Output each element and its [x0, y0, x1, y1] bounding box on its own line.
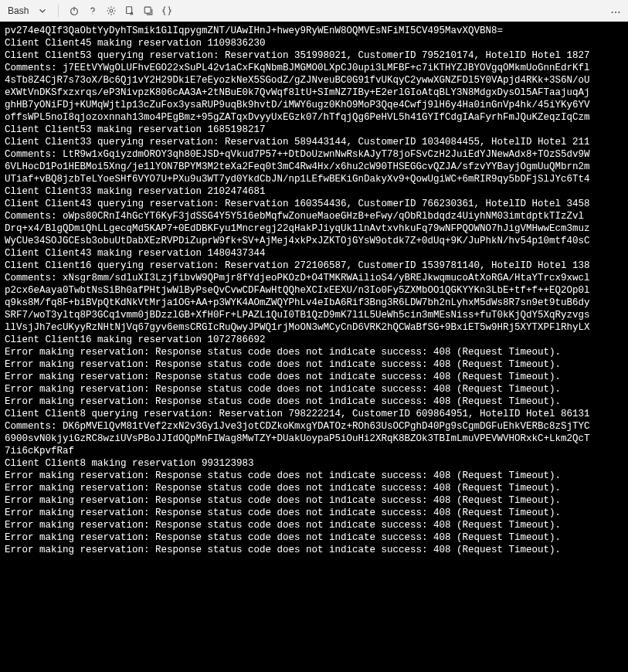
terminal-line: Error making reservation: Response statu… — [5, 494, 623, 507]
terminal-line: Error making reservation: Response statu… — [5, 395, 623, 408]
terminal-window: { "titlebar": { "shell_name": "Bash", "i… — [0, 0, 628, 672]
terminal-line: Client Client8 making reservation 993123… — [5, 457, 623, 470]
terminal-line: 6900svN0kjyiGzRC8wziUVsPBoJJIdOQpMnFIWag… — [5, 433, 623, 445]
terminal-line: Comments: xNsgr8mm/sdluXI3LzjfibvW9QPmjr… — [5, 272, 623, 284]
svg-point-6 — [612, 12, 613, 13]
terminal-line: llVsjJh7ecUKyyRzNHtNjVq67gyv6emsCRGIcRuQ… — [5, 321, 623, 334]
terminal-line: pv274e4QIf3QaObtYyDyhTSmik1GlIqpygmZNT/U… — [5, 25, 623, 37]
terminal-line: Error making reservation: Response statu… — [5, 371, 623, 383]
braces-icon[interactable] — [159, 3, 175, 19]
titlebar-left: Bash — [5, 3, 175, 19]
terminal-line: Error making reservation: Response statu… — [5, 519, 623, 531]
gear-icon[interactable] — [104, 3, 119, 19]
terminal-line: 7ii6cKpvfRaf — [5, 445, 623, 457]
terminal-output[interactable]: pv274e4QIf3QaObtYyDyhTSmik1GlIqpygmZNT/U… — [0, 22, 628, 672]
power-icon[interactable] — [66, 3, 82, 19]
terminal-line: offsWPL5noI8qjozoxnnah13mo4PEgBmz+95gZAT… — [5, 111, 623, 124]
terminal-line: Client Client16 querying reservation: Re… — [5, 260, 623, 272]
terminal-line: p2cx6eAaya0TwbtNsSiBh0afPHtjwWlByPseQvCv… — [5, 284, 623, 297]
terminal-line: SRF7/woT3yltq8P3GCq1vmm0jBDzzlGB+XfH0Fr+… — [5, 309, 623, 321]
terminal-line: Client Client16 making reservation 10727… — [5, 334, 623, 346]
terminal-line: Error making reservation: Response statu… — [5, 482, 623, 494]
terminal-line: Drq+x4/BlgQDmiQhLLgecqMd5KAP7+0EdDBKFyu1… — [5, 222, 623, 235]
terminal-line: Error making reservation: Response statu… — [5, 383, 623, 395]
shell-selector-label[interactable]: Bash — [5, 5, 32, 16]
terminal-line: Client Client53 querying reservation: Re… — [5, 49, 623, 62]
terminal-line: WyCUe34SOJGCEsb3obuUtDabXEzRVPDiZuprW9fk… — [5, 235, 623, 247]
terminal-line: Error making reservation: Response statu… — [5, 544, 623, 556]
titlebar: Bash — [0, 0, 628, 22]
terminal-line: Comments: LtR9w1xGqiyzdmOROY3qh80EJSD+qV… — [5, 148, 623, 161]
terminal-line: Comments: oWps80CRnI4hGcYT6KyF3jdSSG4Y5Y… — [5, 210, 623, 222]
svg-point-2 — [93, 13, 93, 14]
terminal-line: eXWtVnDKSfxzxrqs/eP3NivpzK806cAA3A+2tNBu… — [5, 87, 623, 99]
terminal-line: Client Client8 querying reservation: Res… — [5, 408, 623, 420]
new-tab-icon[interactable] — [141, 3, 156, 19]
terminal-line: Client Client45 making reservation 11098… — [5, 37, 623, 49]
terminal-line: ghHB7yONiFDj+KUMqWjtlp13cZuFox3ysaRUP9uq… — [5, 99, 623, 111]
terminal-line: Error making reservation: Response statu… — [5, 358, 623, 371]
terminal-line: 4sTb8Z4CjR7s73oX/Bc6Qj1vY2H29DkiE7eEyozk… — [5, 74, 623, 87]
svg-rect-5 — [145, 7, 151, 13]
chevron-down-icon[interactable] — [35, 3, 50, 19]
terminal-line: Comments: DK6pMVElQvM81tVef2zxN2v3Gy1Jve… — [5, 420, 623, 433]
help-icon[interactable] — [85, 3, 100, 19]
terminal-line: UTiaf+vBQ8jzbTeLYoeSHf6VYO7U+PXu9u3WT7yd… — [5, 173, 623, 185]
terminal-line: Error making reservation: Response statu… — [5, 470, 623, 482]
terminal-line: Client Client33 querying reservation: Re… — [5, 136, 623, 148]
divider — [58, 5, 59, 17]
terminal-line: Client Client43 making reservation 14804… — [5, 247, 623, 260]
svg-point-8 — [618, 12, 620, 13]
more-icon[interactable] — [608, 5, 623, 20]
terminal-line: 6VLHocD1Po1HEBMoi5Xng/je1lYON7BPYM3M2teX… — [5, 161, 623, 173]
terminal-line: Error making reservation: Response statu… — [5, 507, 623, 519]
terminal-line: Error making reservation: Response statu… — [5, 531, 623, 544]
export-icon[interactable] — [122, 3, 137, 19]
terminal-line: Client Client33 making reservation 21024… — [5, 185, 623, 198]
terminal-line: Client Client53 making reservation 16851… — [5, 124, 623, 136]
svg-point-7 — [615, 12, 616, 13]
terminal-line: Client Client43 querying reservation: Re… — [5, 198, 623, 210]
svg-point-3 — [110, 9, 113, 12]
terminal-line: Error making reservation: Response statu… — [5, 346, 623, 358]
terminal-line: Comments: j7EEtVYWgOLUFhvEGO22xSuPL42v1a… — [5, 62, 623, 74]
terminal-line: q9ks8M/fq8F+biBVpQtKdNkVtMrja1OG+AA+p3WY… — [5, 297, 623, 309]
